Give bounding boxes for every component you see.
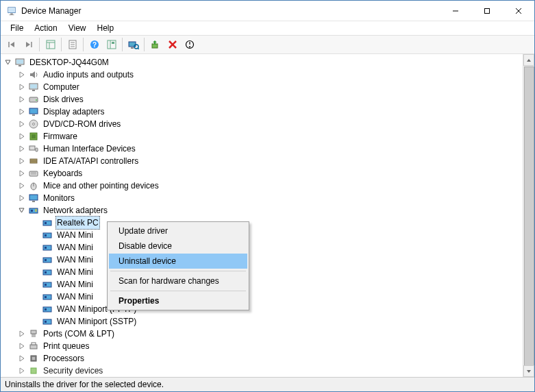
collapse-icon[interactable] <box>17 156 27 166</box>
tree-wrap[interactable]: DESKTOP-JQ44G0M Audio inputs and outputs… <box>1 54 523 377</box>
svg-rect-69 <box>43 282 51 287</box>
device-item[interactable]: WAN Mini <box>31 254 523 266</box>
svg-rect-67 <box>43 270 51 275</box>
collapse-icon[interactable] <box>17 70 27 79</box>
context-scan-hardware[interactable]: Scan for hardware changes <box>109 273 247 289</box>
context-uninstall-device[interactable]: Uninstall device <box>109 254 247 269</box>
svg-rect-34 <box>30 84 37 88</box>
toolbar-separator <box>61 38 62 51</box>
scroll-thumb[interactable] <box>524 66 534 368</box>
maximize-button[interactable] <box>471 1 503 21</box>
collapse-icon[interactable] <box>17 169 27 178</box>
svg-rect-21 <box>112 42 114 44</box>
scroll-down-button[interactable] <box>523 365 534 377</box>
help-button[interactable]: ? <box>86 37 102 52</box>
tree-label: Security devices <box>42 365 104 377</box>
root-label: DESKTOP-JQ44G0M <box>28 56 110 69</box>
disable-button[interactable] <box>182 37 197 52</box>
svg-rect-56 <box>31 210 33 212</box>
network-icon <box>28 205 39 216</box>
collapse-icon[interactable] <box>17 107 27 117</box>
context-label: Scan for hardware changes <box>119 276 219 286</box>
tree-item[interactable]: Mice and other pointing devices <box>17 180 523 192</box>
collapse-icon[interactable] <box>17 366 27 376</box>
collapse-icon[interactable] <box>17 354 27 363</box>
collapse-icon[interactable] <box>17 329 27 339</box>
close-button[interactable] <box>503 1 534 21</box>
update-driver-button[interactable] <box>147 37 163 52</box>
tree-item[interactable]: Print queues <box>17 340 523 352</box>
show-hide-console-tree-button[interactable] <box>42 37 58 52</box>
menu-help[interactable]: Help <box>92 22 120 34</box>
action-button[interactable] <box>103 37 119 52</box>
tree-label: Ports (COM & LPT) <box>42 328 116 340</box>
device-item-selected[interactable]: Realtek PC <box>31 217 523 229</box>
collapse-icon[interactable] <box>17 95 27 104</box>
tree-item[interactable]: Security devices <box>17 365 523 377</box>
tree-item[interactable]: DVD/CD-ROM drives <box>17 118 523 130</box>
svg-point-37 <box>36 99 37 101</box>
scan-hardware-button[interactable] <box>125 37 141 52</box>
collapse-icon[interactable] <box>17 132 27 141</box>
tree-item[interactable]: Disk drives <box>17 93 523 106</box>
tree-item[interactable]: Computer <box>17 81 523 93</box>
collapse-icon[interactable] <box>17 82 27 92</box>
computer-icon <box>14 57 25 68</box>
collapse-icon[interactable] <box>17 341 27 351</box>
device-item[interactable]: WAN Mini <box>31 266 523 278</box>
tree-item[interactable]: Firmware <box>17 130 523 143</box>
tree-item-network[interactable]: Network adapters <box>17 204 523 217</box>
collapse-icon[interactable] <box>17 119 27 129</box>
device-item[interactable]: WAN Miniport (PPTP) <box>31 303 523 315</box>
vertical-scrollbar[interactable] <box>523 54 534 377</box>
collapse-icon[interactable] <box>17 181 27 191</box>
tree-item[interactable]: Processors <box>17 352 523 365</box>
root-node[interactable]: DESKTOP-JQ44G0M <box>3 56 523 69</box>
tree-item[interactable]: IDE ATA/ATAPI controllers <box>17 155 523 167</box>
mouse-icon <box>28 180 39 191</box>
svg-rect-72 <box>45 296 47 298</box>
device-item[interactable]: WAN Mini <box>31 278 523 291</box>
properties-button[interactable] <box>64 37 80 52</box>
svg-rect-78 <box>30 345 37 349</box>
device-label: WAN Mini <box>55 241 95 254</box>
context-update-driver[interactable]: Update driver <box>109 223 247 238</box>
tree-item[interactable]: Audio inputs and outputs <box>17 69 523 81</box>
expand-icon[interactable] <box>3 58 13 67</box>
network-icon <box>42 316 53 327</box>
tree-item[interactable]: Ports (COM & LPT) <box>17 328 523 340</box>
svg-rect-81 <box>32 357 35 360</box>
tree-item[interactable]: Monitors <box>17 192 523 204</box>
spacer <box>31 255 40 265</box>
tree-item[interactable]: Human Interface Devices <box>17 143 523 155</box>
uninstall-button[interactable] <box>164 37 180 52</box>
network-icon <box>42 291 53 302</box>
tree-label: IDE ATA/ATAPI controllers <box>42 155 140 167</box>
keyboard-icon <box>28 168 39 179</box>
collapse-icon[interactable] <box>17 193 27 203</box>
device-item[interactable]: WAN Mini <box>31 229 523 241</box>
back-button[interactable] <box>3 37 19 52</box>
context-disable-device[interactable]: Disable device <box>109 238 247 254</box>
menu-file[interactable]: File <box>5 22 29 34</box>
device-item[interactable]: WAN Miniport (SSTP) <box>31 315 523 328</box>
hid-icon <box>28 143 39 154</box>
menu-view[interactable]: View <box>63 22 92 34</box>
svg-rect-45 <box>36 148 38 151</box>
forward-button[interactable] <box>21 37 36 52</box>
menu-action[interactable]: Action <box>29 22 62 34</box>
context-properties[interactable]: Properties <box>109 293 247 308</box>
tree-item[interactable]: Display adapters <box>17 106 523 118</box>
device-item[interactable]: WAN Mini <box>31 291 523 303</box>
collapse-icon[interactable] <box>17 144 27 154</box>
scroll-up-button[interactable] <box>523 54 534 66</box>
svg-rect-68 <box>45 271 47 273</box>
device-item[interactable]: WAN Mini <box>31 241 523 254</box>
svg-rect-19 <box>108 40 116 49</box>
svg-rect-62 <box>45 234 47 236</box>
minimize-button[interactable] <box>440 1 471 21</box>
expand-icon[interactable] <box>17 206 27 215</box>
svg-rect-10 <box>47 40 55 49</box>
context-separator <box>110 291 246 291</box>
tree-item[interactable]: Keyboards <box>17 167 523 180</box>
